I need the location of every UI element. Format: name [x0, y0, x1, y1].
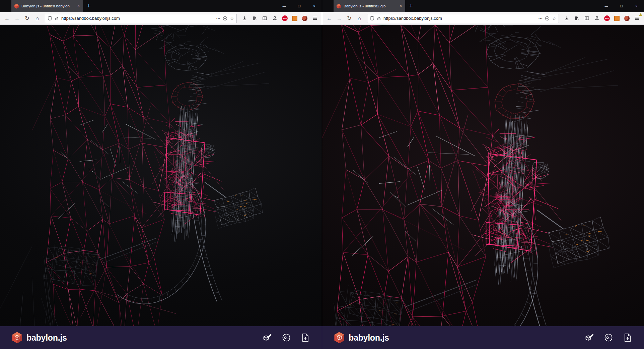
- menu-button[interactable]: [310, 13, 320, 23]
- extension-orange-glyph: [292, 16, 297, 21]
- sidebars-icon[interactable]: [582, 13, 592, 23]
- page-actions-icon[interactable]: •••: [216, 17, 220, 20]
- extension-orange-glyph: [614, 16, 620, 21]
- environment-icon[interactable]: [603, 333, 614, 343]
- close-button[interactable]: ×: [629, 0, 644, 12]
- shield-icon[interactable]: [48, 16, 52, 21]
- new-tab-button[interactable]: +: [83, 0, 94, 12]
- page-actions-icon[interactable]: •••: [539, 17, 543, 20]
- extension-red-glyph: [624, 16, 630, 21]
- pocket-icon[interactable]: [223, 16, 227, 21]
- inspector-icon[interactable]: [584, 333, 594, 343]
- inspector-icon[interactable]: [262, 333, 272, 343]
- lock-icon[interactable]: [377, 16, 381, 21]
- address-bar[interactable]: https://sandbox.babylonjs.com ••• ☆: [367, 14, 559, 23]
- bookmark-star-icon[interactable]: ☆: [552, 16, 556, 21]
- tab-close-icon[interactable]: ×: [77, 4, 80, 8]
- extension-red-icon[interactable]: [300, 13, 310, 23]
- update-badge-icon: [639, 13, 642, 16]
- navigation-toolbar: ← → ↻ ⌂ https://sandbox.babylonjs.com ••…: [322, 12, 644, 25]
- tab-babylon-sandbox[interactable]: Babylon.js - untitled.babylon ×: [11, 0, 83, 12]
- maximize-button[interactable]: □: [614, 0, 629, 12]
- minimize-button[interactable]: —: [277, 0, 292, 12]
- extension-red-glyph: [302, 16, 307, 21]
- viewport-3d[interactable]: babylon.js: [322, 25, 644, 349]
- extension-orange-icon[interactable]: [290, 13, 300, 23]
- tab-close-icon[interactable]: ×: [399, 4, 403, 8]
- environment-icon[interactable]: [281, 333, 291, 343]
- babylon-favicon-icon: [14, 4, 19, 9]
- tab-bar: Babylon.js - untitled.babylon × + — □ ×: [0, 0, 322, 12]
- account-icon[interactable]: [592, 13, 602, 23]
- shield-icon[interactable]: [370, 16, 374, 21]
- open-file-icon[interactable]: [623, 333, 633, 343]
- wireframe-canvas[interactable]: [322, 25, 644, 326]
- minimize-button[interactable]: —: [599, 0, 614, 12]
- back-button[interactable]: ←: [324, 13, 334, 23]
- account-icon[interactable]: [270, 13, 280, 23]
- babylon-footer: babylon.js: [0, 326, 322, 349]
- bookmark-star-icon[interactable]: ☆: [230, 16, 234, 21]
- url-text[interactable]: https://sandbox.babylonjs.com: [383, 16, 536, 21]
- menu-button[interactable]: [632, 13, 642, 23]
- extension-red-icon[interactable]: [622, 13, 632, 23]
- lock-icon[interactable]: [55, 16, 59, 21]
- viewport-3d[interactable]: babylon.js: [0, 25, 322, 349]
- babylon-favicon-icon: [336, 4, 341, 9]
- navigation-toolbar: ← → ↻ ⌂ https://sandbox.babylonjs.com ••…: [0, 12, 322, 25]
- tab-bar: Babylon.js - untitled2.glb × + — □ ×: [322, 0, 644, 12]
- babylon-brand: babylon.js: [349, 333, 389, 343]
- adblock-extension-icon[interactable]: ABP: [602, 13, 612, 23]
- home-button[interactable]: ⌂: [32, 13, 42, 23]
- browser-window-left: Babylon.js - untitled.babylon × + — □ × …: [0, 0, 322, 349]
- forward-button[interactable]: →: [12, 13, 22, 23]
- reload-button[interactable]: ↻: [22, 13, 32, 23]
- downloads-icon[interactable]: [239, 13, 249, 23]
- new-tab-button[interactable]: +: [405, 0, 417, 12]
- babylon-footer: babylon.js: [322, 326, 644, 349]
- babylon-logo-icon: [11, 332, 23, 344]
- open-file-icon[interactable]: [300, 333, 310, 343]
- window-controls: — □ ×: [599, 0, 644, 12]
- babylon-logo-icon: [334, 332, 345, 344]
- maximize-button[interactable]: □: [292, 0, 307, 12]
- url-text[interactable]: https://sandbox.babylonjs.com: [61, 16, 214, 21]
- tab-title: Babylon.js - untitled.babylon: [21, 4, 74, 8]
- library-icon[interactable]: [572, 13, 582, 23]
- babylon-brand: babylon.js: [26, 333, 67, 343]
- tab-babylon-sandbox[interactable]: Babylon.js - untitled2.glb ×: [334, 0, 405, 12]
- adblock-extension-icon[interactable]: ABP: [280, 13, 290, 23]
- home-button[interactable]: ⌂: [354, 13, 364, 23]
- sidebars-icon[interactable]: [260, 13, 270, 23]
- library-icon[interactable]: [249, 13, 260, 23]
- adblock-badge: ABP: [604, 15, 610, 21]
- extension-orange-icon[interactable]: [612, 13, 622, 23]
- address-bar[interactable]: https://sandbox.babylonjs.com ••• ☆: [45, 14, 237, 23]
- adblock-badge: ABP: [282, 15, 288, 21]
- browser-window-right: Babylon.js - untitled2.glb × + — □ × ← →…: [322, 0, 644, 349]
- forward-button[interactable]: →: [334, 13, 344, 23]
- close-button[interactable]: ×: [307, 0, 322, 12]
- back-button[interactable]: ←: [2, 13, 12, 23]
- wireframe-canvas[interactable]: [0, 25, 322, 326]
- reload-button[interactable]: ↻: [344, 13, 354, 23]
- tab-title: Babylon.js - untitled2.glb: [344, 4, 397, 8]
- window-controls: — □ ×: [277, 0, 322, 12]
- pocket-icon[interactable]: [545, 16, 550, 21]
- downloads-icon[interactable]: [562, 13, 572, 23]
